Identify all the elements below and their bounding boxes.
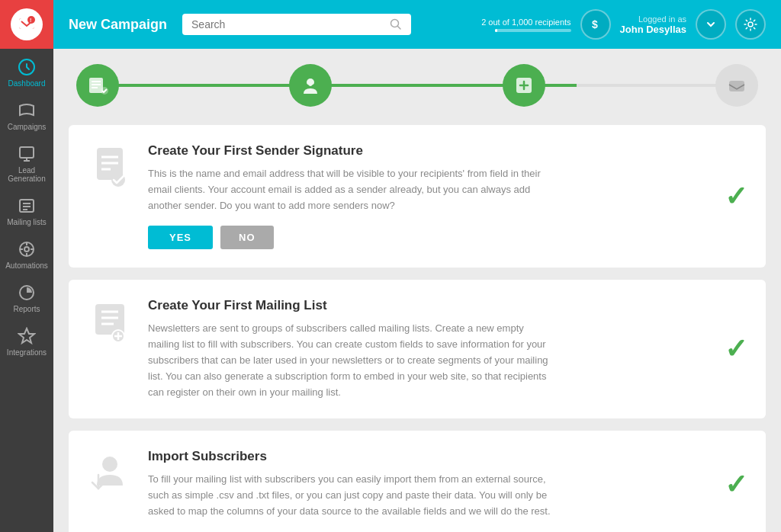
sender-signature-icon (91, 146, 129, 188)
wizard-step-3[interactable] (503, 64, 545, 107)
mailing-list-check: ✓ (725, 333, 747, 365)
card-mailing-list-icon-area (87, 298, 133, 343)
card-sender-signature-icon-area (87, 143, 133, 188)
dashboard-icon (18, 58, 36, 76)
sidebar-item-lead-generation[interactable]: Lead Generation (0, 136, 53, 187)
wizard-step-4-icon (725, 74, 748, 97)
card-sender-signature-actions: YES NO (148, 226, 747, 249)
sidebar-item-reports[interactable]: Reports (0, 274, 53, 318)
card-mailing-list-title: Create Your First Mailing List (148, 298, 747, 313)
recipients-progress-bar (495, 29, 571, 32)
wizard-step-4[interactable] (715, 64, 758, 107)
sidebar-item-integrations-label: Integrations (7, 348, 47, 357)
automations-icon (18, 240, 36, 258)
import-subscribers-icon (91, 452, 129, 494)
user-info: Logged in as John Desyllas (620, 14, 686, 35)
mailing-lists-icon (18, 197, 36, 215)
user-name: John Desyllas (620, 24, 686, 35)
sidebar-item-dashboard-label: Dashboard (8, 79, 46, 88)
sidebar-item-campaigns-label: Campaigns (8, 123, 47, 131)
wizard-step-1[interactable] (76, 64, 119, 107)
card-sender-signature: Create Your First Sender Signature This … (69, 125, 766, 268)
wizard-step-1-icon (86, 74, 109, 97)
wizard-step-2[interactable] (289, 64, 332, 107)
svg-point-44 (102, 457, 117, 472)
sender-signature-check: ✓ (725, 181, 747, 213)
yes-button[interactable]: YES (148, 226, 213, 249)
wizard-step-3-icon (513, 74, 535, 97)
campaigns-icon (18, 101, 36, 120)
svg-point-23 (748, 22, 753, 27)
sidebar-item-integrations[interactable]: Integrations (0, 318, 53, 361)
settings-button[interactable] (735, 9, 766, 40)
card-mailing-list: Create Your First Mailing List Newslette… (69, 280, 766, 418)
sidebar-item-mailing-lists-label: Mailing lists (7, 218, 47, 226)
wizard-steps (69, 64, 766, 107)
chevron-down-icon (705, 18, 717, 30)
lead-generation-icon (18, 145, 36, 163)
card-sender-signature-content: Create Your First Sender Signature This … (148, 143, 747, 249)
no-button[interactable]: NO (220, 226, 274, 249)
sidebar-logo[interactable]: ! (0, 0, 53, 49)
wizard-line (99, 84, 735, 87)
recipients-label: 2 out of 1,000 recipients (481, 18, 570, 27)
search-input[interactable] (191, 18, 384, 30)
sidebar-item-automations[interactable]: Automations (0, 231, 53, 274)
logged-in-as-label: Logged in as (638, 14, 686, 24)
wizard-step-2-icon (299, 74, 322, 97)
import-subscribers-check: ✓ (725, 469, 747, 501)
content-area: Create Your First Sender Signature This … (53, 49, 781, 532)
svg-marker-19 (19, 328, 34, 343)
header: New Campaign 2 out of 1,000 recipients $ (53, 0, 781, 49)
logo-icon: ! (11, 8, 43, 40)
dollar-icon: $ (588, 17, 603, 32)
recipients-progress-fill (495, 29, 497, 32)
search-bar[interactable] (182, 14, 411, 35)
recipients-info: 2 out of 1,000 recipients (481, 18, 570, 32)
sidebar-item-campaigns[interactable]: Campaigns (0, 92, 53, 136)
sidebar-item-mailing-lists[interactable]: Mailing lists (0, 187, 53, 231)
dollar-button[interactable]: $ (580, 9, 611, 40)
sidebar-item-dashboard[interactable]: Dashboard (0, 49, 53, 92)
reports-icon (18, 284, 36, 302)
mailing-list-icon (91, 301, 129, 343)
chevron-down-button[interactable] (696, 9, 726, 40)
card-import-subscribers: Import Subscribers To fill your mailing … (69, 431, 766, 532)
gear-icon (744, 18, 757, 31)
svg-line-21 (398, 27, 401, 30)
card-mailing-list-content: Create Your First Mailing List Newslette… (148, 298, 747, 400)
card-import-subscribers-title: Import Subscribers (148, 449, 747, 464)
svg-text:!: ! (30, 18, 31, 23)
svg-rect-5 (20, 147, 34, 158)
svg-point-13 (24, 247, 29, 252)
card-mailing-list-description: Newsletters are sent to groups of subscr… (148, 321, 552, 400)
svg-text:$: $ (592, 18, 598, 30)
integrations-icon (18, 327, 36, 345)
main-area: New Campaign 2 out of 1,000 recipients $ (53, 0, 781, 532)
search-icon (390, 18, 402, 30)
header-right: 2 out of 1,000 recipients $ Logged in as… (481, 9, 766, 40)
sidebar-item-lead-generation-label: Lead Generation (4, 166, 50, 183)
sidebar-item-automations-label: Automations (5, 261, 48, 270)
card-import-subscribers-description: To fill your mailing list with subscribe… (148, 472, 552, 519)
sidebar-item-reports-label: Reports (13, 305, 40, 313)
card-sender-signature-description: This is the name and email address that … (148, 166, 552, 213)
sidebar: ! Dashboard Campaigns Lead Generation (0, 0, 53, 532)
card-sender-signature-title: Create Your First Sender Signature (148, 143, 747, 159)
card-import-subscribers-icon-area (87, 449, 133, 494)
page-title: New Campaign (69, 17, 167, 33)
card-import-subscribers-content: Import Subscribers To fill your mailing … (148, 449, 747, 519)
